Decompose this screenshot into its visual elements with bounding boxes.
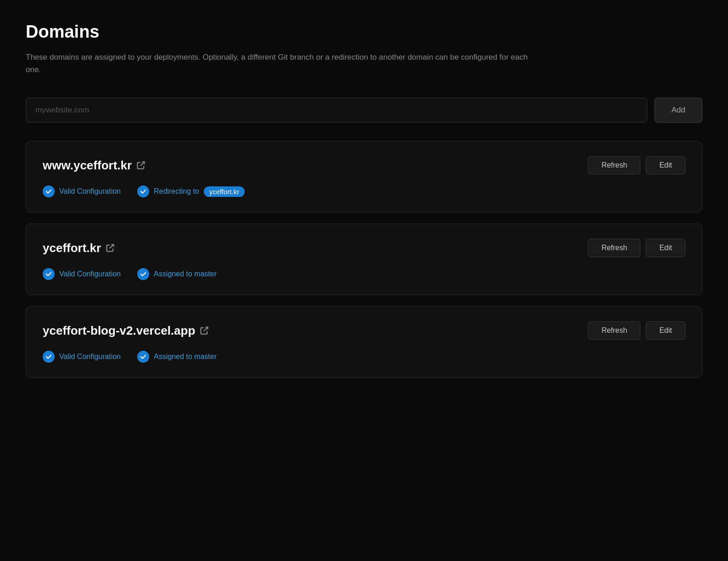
status-text-www-yceffort-kr-1: Redirecting to [154, 187, 199, 196]
domain-card-yceffort-blog-v2: yceffort-blog-v2.vercel.app RefreshEdit … [26, 306, 702, 378]
domain-input[interactable] [26, 98, 647, 123]
check-icon-yceffort-blog-v2-1 [137, 351, 149, 363]
status-item-yceffort-kr-0: Valid Configuration [43, 268, 121, 280]
domain-name-yceffort-blog-v2: yceffort-blog-v2.vercel.app [43, 324, 209, 338]
status-text-yceffort-kr-0: Valid Configuration [59, 270, 121, 278]
edit-button-www-yceffort-kr[interactable]: Edit [646, 156, 685, 174]
redirect-badge-www-yceffort-kr: yceffort.kr [204, 186, 245, 197]
domain-name-yceffort-kr: yceffort.kr [43, 241, 115, 255]
check-icon-www-yceffort-kr-1 [137, 185, 149, 197]
check-icon-yceffort-kr-1 [137, 268, 149, 280]
edit-button-yceffort-kr[interactable]: Edit [646, 239, 685, 257]
refresh-button-yceffort-kr[interactable]: Refresh [588, 239, 640, 257]
add-domain-button[interactable]: Add [655, 98, 702, 123]
external-link-icon-yceffort-kr[interactable] [106, 243, 115, 252]
status-row-yceffort-blog-v2: Valid Configuration Assigned to master [43, 351, 685, 363]
status-row-www-yceffort-kr: Valid Configuration Redirecting toyceffo… [43, 185, 685, 197]
check-icon-yceffort-kr-0 [43, 268, 55, 280]
add-domain-row: Add [26, 98, 702, 123]
domain-name-www-yceffort-kr: www.yceffort.kr [43, 158, 146, 173]
status-text-yceffort-blog-v2-1: Assigned to master [154, 353, 217, 361]
page-description: These domains are assigned to your deplo… [26, 51, 531, 76]
external-link-icon-yceffort-blog-v2[interactable] [200, 326, 209, 335]
status-item-yceffort-blog-v2-1: Assigned to master [137, 351, 217, 363]
check-icon-yceffort-blog-v2-0 [43, 351, 55, 363]
edit-button-yceffort-blog-v2[interactable]: Edit [646, 321, 685, 340]
status-item-yceffort-kr-1: Assigned to master [137, 268, 217, 280]
status-row-yceffort-kr: Valid Configuration Assigned to master [43, 268, 685, 280]
check-icon-www-yceffort-kr-0 [43, 185, 55, 197]
status-text-yceffort-blog-v2-0: Valid Configuration [59, 353, 121, 361]
page-title: Domains [26, 22, 702, 42]
status-item-www-yceffort-kr-1: Redirecting toyceffort.kr [137, 185, 245, 197]
domain-card-yceffort-kr: yceffort.kr RefreshEdit Valid Configurat… [26, 224, 702, 295]
domains-list: www.yceffort.kr RefreshEdit Valid Config… [26, 141, 702, 378]
refresh-button-www-yceffort-kr[interactable]: Refresh [588, 156, 640, 174]
svg-line-1 [110, 245, 114, 249]
domain-card-www-yceffort-kr: www.yceffort.kr RefreshEdit Valid Config… [26, 141, 702, 213]
status-item-yceffort-blog-v2-0: Valid Configuration [43, 351, 121, 363]
status-text-yceffort-kr-1: Assigned to master [154, 270, 217, 278]
external-link-icon-www-yceffort-kr[interactable] [136, 161, 146, 170]
svg-line-0 [140, 162, 145, 166]
svg-line-2 [204, 327, 208, 331]
status-text-www-yceffort-kr-0: Valid Configuration [59, 187, 121, 196]
status-item-www-yceffort-kr-0: Valid Configuration [43, 185, 121, 197]
refresh-button-yceffort-blog-v2[interactable]: Refresh [588, 321, 640, 340]
